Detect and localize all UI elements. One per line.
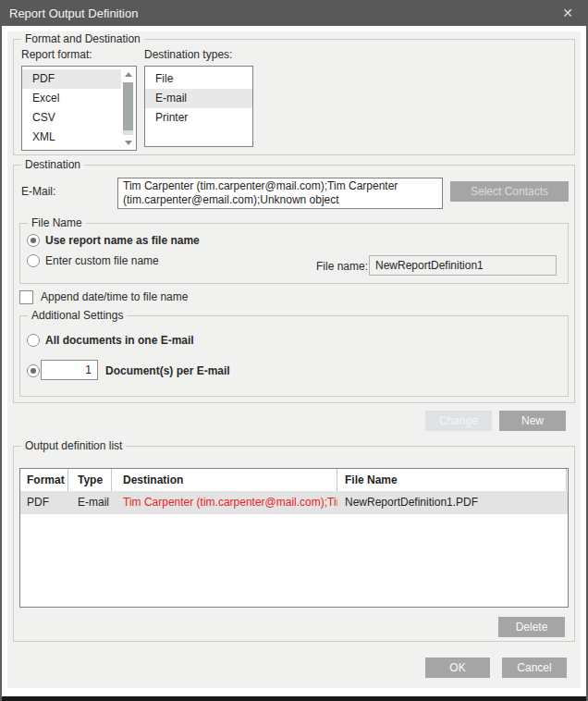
radio-selected-icon	[27, 234, 40, 247]
group-additional-settings-label: Additional Settings	[28, 309, 127, 322]
scroll-up-icon[interactable]	[121, 68, 135, 80]
documents-per-email-input[interactable]	[41, 360, 98, 380]
row-file-name-cell: NewReportDefinition1.PDF	[337, 491, 567, 514]
email-recipients-field[interactable]: Tim Carpenter (tim.carpenter@mail.com);T…	[117, 178, 443, 209]
destination-types-label: Destination types:	[144, 48, 232, 61]
scroll-down-icon[interactable]	[121, 136, 135, 149]
select-contacts-button[interactable]: Select Contacts	[450, 181, 569, 202]
documents-per-email-label: Document(s) per E-mail	[105, 364, 230, 377]
cancel-button[interactable]: Cancel	[502, 658, 567, 678]
destination-type-option-email[interactable]: E-mail	[145, 89, 252, 108]
email-label: E-Mail:	[21, 185, 55, 198]
new-button[interactable]: New	[499, 411, 566, 431]
group-format-destination-label: Format and Destination	[21, 32, 144, 45]
radio-documents-per-email[interactable]	[27, 363, 40, 378]
report-format-option-xml[interactable]: XML	[22, 128, 121, 147]
radio-use-report-name-label: Use report name as file name	[45, 234, 200, 247]
radio-unselected-icon	[27, 254, 40, 267]
destination-types-listbox[interactable]: File E-mail Printer	[144, 66, 253, 147]
delete-button[interactable]: Delete	[498, 617, 565, 637]
column-header-tail	[567, 469, 568, 491]
destination-type-option-file[interactable]: File	[145, 69, 252, 89]
window-title: Report Output Definition	[9, 6, 138, 20]
scrollbar-thumb[interactable]	[123, 82, 133, 130]
radio-enter-custom-name-label: Enter custom file name	[45, 254, 159, 267]
row-format-cell: PDF	[20, 491, 68, 514]
table-header-row: Format Type Destination File Name	[20, 469, 568, 491]
group-destination-label: Destination	[21, 158, 84, 171]
checkbox-append-datetime[interactable]: Append date/time to file name	[19, 289, 188, 304]
file-name-input[interactable]	[369, 255, 557, 276]
radio-all-documents[interactable]: All documents in one E-mail	[27, 333, 194, 348]
group-file-name-label: File Name	[28, 216, 86, 229]
radio-unselected-icon	[27, 334, 40, 347]
report-output-definition-dialog: Report Output Definition ✕ Format and De…	[0, 0, 588, 701]
report-format-option-pdf[interactable]: PDF	[22, 69, 121, 89]
column-header-destination[interactable]: Destination	[112, 469, 337, 491]
ok-button[interactable]: OK	[425, 658, 490, 678]
radio-selected-icon	[27, 364, 40, 377]
titlebar: Report Output Definition ✕	[0, 0, 588, 26]
row-destination-cell: Tim Carpenter (tim.carpenter@mail.com);T…	[112, 491, 337, 514]
output-definition-table: Format Type Destination File Name PDF E-…	[19, 468, 569, 608]
column-header-type[interactable]: Type	[68, 469, 112, 491]
checkbox-append-datetime-label: Append date/time to file name	[41, 290, 188, 303]
report-format-scrollbar[interactable]	[121, 68, 135, 149]
dialog-body-panel: Format and Destination Report format: PD…	[7, 31, 581, 688]
group-format-and-destination: Format and Destination Report format: PD…	[13, 39, 575, 155]
scrollbar-track-gap[interactable]	[123, 130, 133, 135]
column-header-format[interactable]: Format	[20, 469, 68, 491]
group-output-list-label: Output definition list	[21, 439, 126, 452]
change-button[interactable]: Change	[425, 411, 492, 431]
column-header-file-name[interactable]: File Name	[337, 469, 567, 491]
checkbox-unchecked-icon	[19, 290, 33, 304]
group-destination: Destination E-Mail: Tim Carpenter (tim.c…	[13, 165, 575, 403]
row-type-cell: E-mail	[68, 491, 112, 514]
report-format-listbox[interactable]: PDF Excel CSV XML	[21, 66, 137, 151]
group-file-name: File Name Use report name as file name E…	[19, 223, 569, 284]
row-tail-cell	[567, 491, 568, 514]
group-additional-settings: Additional Settings All documents in one…	[19, 315, 569, 397]
radio-enter-custom-name[interactable]: Enter custom file name	[27, 253, 159, 268]
table-row[interactable]: PDF E-mail Tim Carpenter (tim.carpenter@…	[20, 491, 568, 514]
report-format-option-csv[interactable]: CSV	[22, 108, 121, 128]
radio-all-documents-label: All documents in one E-mail	[45, 334, 194, 347]
close-icon[interactable]: ✕	[553, 0, 582, 26]
destination-type-option-printer[interactable]: Printer	[145, 108, 252, 128]
file-name-label: File name:	[316, 260, 368, 273]
report-format-label: Report format:	[21, 48, 92, 61]
group-output-definition-list: Output definition list Format Type Desti…	[13, 446, 575, 642]
radio-use-report-name[interactable]: Use report name as file name	[27, 233, 200, 248]
report-format-option-excel[interactable]: Excel	[22, 89, 121, 108]
